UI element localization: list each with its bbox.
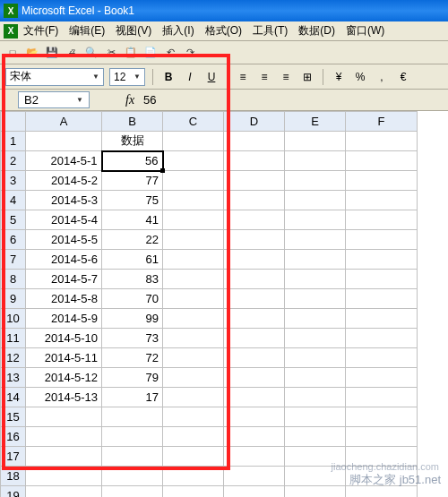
cell[interactable] (285, 171, 346, 191)
cell[interactable] (163, 210, 224, 230)
cell[interactable] (285, 309, 346, 329)
cell[interactable] (26, 407, 102, 427)
cell[interactable] (26, 467, 102, 486)
underline-button[interactable]: U (203, 69, 220, 85)
merge-icon[interactable]: ⊞ (299, 69, 315, 85)
cell[interactable] (224, 427, 285, 447)
cell[interactable] (346, 132, 418, 151)
cell[interactable] (224, 132, 285, 151)
font-selector[interactable]: 宋体 ▼ (5, 68, 104, 86)
row-header[interactable]: 8 (1, 270, 26, 289)
cell[interactable]: 17 (102, 388, 163, 407)
row-header[interactable]: 15 (1, 407, 26, 427)
cell[interactable] (163, 447, 224, 467)
cell[interactable] (163, 230, 224, 250)
cell[interactable] (224, 486, 285, 498)
cell[interactable]: 79 (102, 368, 163, 388)
cell[interactable]: 77 (102, 171, 163, 191)
cell[interactable]: 2014-5-7 (26, 270, 102, 289)
cell[interactable] (102, 447, 163, 467)
cell[interactable] (346, 151, 418, 171)
menu-edit[interactable]: 编辑(E) (69, 23, 105, 39)
cell[interactable] (224, 368, 285, 388)
row-header[interactable]: 17 (1, 447, 26, 467)
cell[interactable] (163, 427, 224, 447)
cell[interactable] (346, 348, 418, 368)
cell[interactable] (346, 289, 418, 309)
cell[interactable]: 61 (102, 250, 163, 270)
cell[interactable] (285, 270, 346, 289)
cell[interactable]: 2014-5-6 (26, 250, 102, 270)
cell[interactable] (346, 467, 418, 486)
cell[interactable] (224, 210, 285, 230)
cell[interactable] (163, 171, 224, 191)
menu-tools[interactable]: 工具(T) (253, 23, 288, 39)
cell[interactable] (163, 289, 224, 309)
cell[interactable] (346, 171, 418, 191)
cell[interactable] (285, 210, 346, 230)
cell[interactable] (102, 407, 163, 427)
fx-icon[interactable]: fx (125, 93, 134, 107)
row-header[interactable]: 19 (1, 486, 26, 498)
cell[interactable]: 75 (102, 191, 163, 210)
cell[interactable] (224, 289, 285, 309)
cell[interactable] (163, 407, 224, 427)
cell[interactable] (163, 388, 224, 407)
select-all-corner[interactable] (1, 112, 26, 132)
cell[interactable]: 2014-5-2 (26, 171, 102, 191)
cell[interactable]: 41 (102, 210, 163, 230)
menu-view[interactable]: 视图(V) (116, 23, 151, 39)
new-icon[interactable]: □ (4, 44, 22, 62)
paste-icon[interactable]: 📄 (142, 44, 159, 62)
cell[interactable] (102, 486, 163, 498)
cell[interactable] (102, 467, 163, 486)
row-header[interactable]: 3 (1, 171, 26, 191)
col-header-d[interactable]: D (224, 112, 285, 132)
cell[interactable] (346, 388, 418, 407)
row-header[interactable]: 18 (1, 467, 26, 486)
cell[interactable]: 2014-5-4 (26, 210, 102, 230)
cell[interactable]: 数据 (102, 132, 163, 151)
align-right-icon[interactable]: ≡ (278, 69, 294, 85)
menu-file[interactable]: 文件(F) (23, 23, 58, 39)
cell[interactable] (285, 486, 346, 498)
cell[interactable] (285, 388, 346, 407)
cell[interactable] (346, 309, 418, 329)
cell[interactable] (285, 151, 346, 171)
cell[interactable] (346, 329, 418, 348)
bold-button[interactable]: B (160, 69, 177, 85)
row-header[interactable]: 9 (1, 289, 26, 309)
cell[interactable]: 99 (102, 309, 163, 329)
menu-insert[interactable]: 插入(I) (162, 23, 194, 39)
cell[interactable] (285, 427, 346, 447)
cell[interactable] (163, 329, 224, 348)
copy-icon[interactable]: 📋 (122, 44, 140, 62)
cell[interactable] (285, 407, 346, 427)
comma-icon[interactable]: , (374, 69, 390, 85)
percent-icon[interactable]: % (352, 69, 368, 85)
cell[interactable] (346, 368, 418, 388)
cell[interactable]: 2014-5-11 (26, 348, 102, 368)
cell[interactable] (163, 151, 224, 171)
cell[interactable] (224, 447, 285, 467)
cell[interactable] (163, 191, 224, 210)
col-header-b[interactable]: B (102, 112, 163, 132)
cell[interactable]: 73 (102, 329, 163, 348)
cell[interactable] (163, 368, 224, 388)
row-header[interactable]: 16 (1, 427, 26, 447)
cell[interactable] (163, 309, 224, 329)
cell[interactable]: 2014-5-3 (26, 191, 102, 210)
cell[interactable] (26, 132, 102, 151)
cell[interactable]: 70 (102, 289, 163, 309)
cell[interactable] (285, 329, 346, 348)
cell[interactable] (346, 230, 418, 250)
cell[interactable] (102, 427, 163, 447)
cell[interactable]: 2014-5-10 (26, 329, 102, 348)
row-header[interactable]: 12 (1, 348, 26, 368)
cell[interactable] (285, 191, 346, 210)
cell[interactable] (346, 191, 418, 210)
cell[interactable]: 2014-5-9 (26, 309, 102, 329)
row-header[interactable]: 2 (1, 151, 26, 171)
cell[interactable] (163, 348, 224, 368)
col-header-e[interactable]: E (285, 112, 346, 132)
